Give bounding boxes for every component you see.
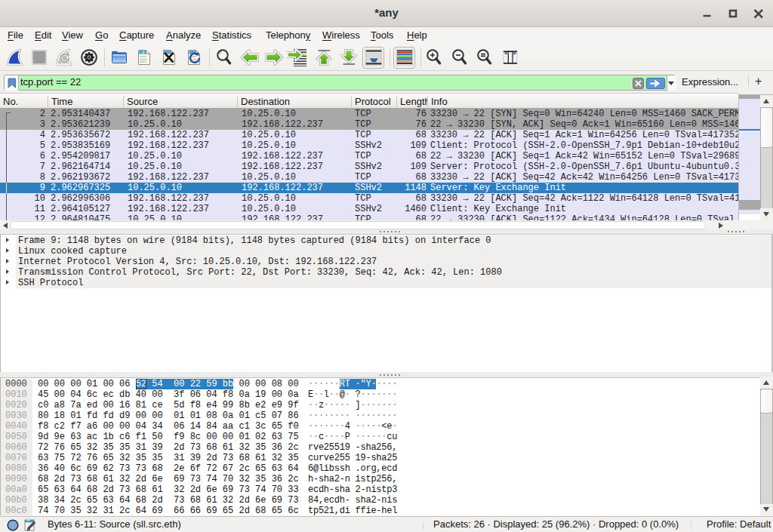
- svg-text:0111: 0111: [140, 60, 147, 63]
